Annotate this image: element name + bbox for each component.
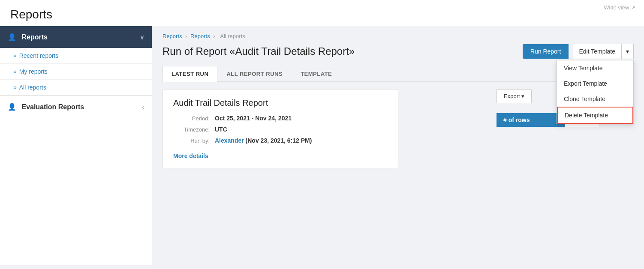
- breadcrumb-reports-link2[interactable]: Reports: [190, 33, 210, 39]
- run-report-button[interactable]: Run Report: [523, 44, 569, 59]
- run-by-value: Alexander (Nov 23, 2021, 6:12 PM): [215, 137, 312, 144]
- period-value: Oct 25, 2021 - Nov 24, 2021: [215, 115, 292, 122]
- sidebar-section-evaluation-reports[interactable]: 👤 Evaluation Reports ‹: [0, 96, 152, 118]
- main-content: Reports › Reports › All reports Run of R…: [152, 26, 644, 265]
- tab-all-report-runs[interactable]: ALL REPORT RUNS: [217, 66, 292, 81]
- sidebar-item-all-reports[interactable]: » All reports: [0, 80, 152, 96]
- sidebar-section-reports-header[interactable]: 👤 Reports ∨: [0, 26, 152, 48]
- period-label: Period:: [173, 115, 210, 122]
- breadcrumb: Reports › Reports › All reports: [163, 33, 634, 39]
- run-by-row: Run by: Alexander (Nov 23, 2021, 6:12 PM…: [173, 137, 388, 144]
- sidebar-item-label: Recent reports: [19, 52, 59, 59]
- report-title: Run of Report «Audit Trail Details Repor…: [163, 45, 518, 57]
- sidebar-reports-chevron: ∨: [140, 34, 144, 41]
- arrow-icon: »: [14, 69, 17, 75]
- stat-rows-label: # of rows: [497, 113, 565, 127]
- wide-view-button[interactable]: Wide view ↗: [604, 4, 635, 11]
- sidebar-evaluation-icon: 👤 Evaluation Reports: [8, 103, 84, 111]
- timezone-label: Timezone:: [173, 126, 210, 133]
- report-card: Audit Trail Details Report Period: Oct 2…: [163, 89, 398, 168]
- sidebar-evaluation-chevron: ‹: [142, 104, 144, 111]
- dropdown-item-clone-template[interactable]: Clone Template: [557, 91, 633, 107]
- tab-template[interactable]: TEMPLATE: [292, 66, 341, 81]
- edit-template-button[interactable]: Edit Template: [573, 44, 622, 59]
- timezone-value: UTC: [215, 126, 227, 133]
- sidebar-item-label: All reports: [19, 84, 46, 91]
- breadcrumb-reports-link[interactable]: Reports: [163, 33, 182, 39]
- run-by-label: Run by:: [173, 137, 210, 144]
- sidebar-reports-icon: 👤 Reports: [8, 33, 48, 41]
- page-header: Reports Wide view ↗: [0, 0, 644, 26]
- page-title: Reports: [10, 8, 634, 21]
- export-button[interactable]: Export ▾: [497, 89, 532, 103]
- sidebar-item-recent-reports[interactable]: » Recent reports: [0, 48, 152, 64]
- run-by-date: (Nov 23, 2021, 6:12 PM): [246, 137, 312, 144]
- run-by-user-link[interactable]: Alexander: [215, 137, 244, 144]
- report-card-title: Audit Trail Details Report: [173, 98, 388, 108]
- sidebar: 👤 Reports ∨ » Recent reports » My report…: [0, 26, 152, 265]
- sidebar-reports-label: Reports: [21, 33, 47, 41]
- timezone-row: Timezone: UTC: [173, 126, 388, 133]
- report-meta: Period: Oct 25, 2021 - Nov 24, 2021 Time…: [173, 115, 388, 159]
- breadcrumb-current: All reports: [220, 33, 245, 39]
- more-details-link[interactable]: More details: [173, 152, 388, 159]
- report-header: Run of Report «Audit Trail Details Repor…: [163, 44, 634, 59]
- period-row: Period: Oct 25, 2021 - Nov 24, 2021: [173, 115, 388, 122]
- dropdown-item-export-template[interactable]: Export Template: [557, 76, 633, 91]
- breadcrumb-separator: ›: [185, 33, 189, 39]
- arrow-icon: »: [14, 84, 17, 90]
- sidebar-item-label: My reports: [19, 68, 48, 75]
- tab-latest-run[interactable]: LATEST RUN: [163, 66, 217, 82]
- breadcrumb-separator: ›: [213, 33, 217, 39]
- sidebar-section-reports: 👤 Reports ∨ » Recent reports » My report…: [0, 26, 152, 96]
- arrow-icon: »: [14, 53, 17, 59]
- dropdown-item-view-template[interactable]: View Template: [557, 60, 633, 76]
- content-left: Audit Trail Details Report Period: Oct 2…: [163, 89, 488, 175]
- dropdown-item-delete-template[interactable]: Delete Template: [557, 107, 633, 124]
- edit-template-group: Edit Template ▾ View Template Export Tem…: [573, 44, 634, 59]
- dropdown-menu: View Template Export Template Clone Temp…: [557, 60, 634, 124]
- sidebar-evaluation-label: Evaluation Reports: [21, 103, 84, 111]
- edit-template-dropdown-button[interactable]: ▾: [622, 44, 634, 59]
- sidebar-item-my-reports[interactable]: » My reports: [0, 64, 152, 80]
